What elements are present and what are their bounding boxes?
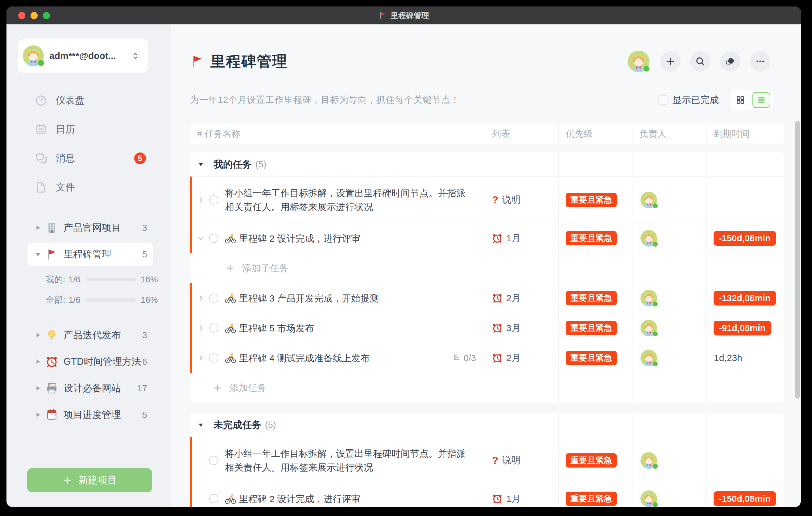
column-header-priority[interactable]: 优先级	[558, 123, 632, 144]
list-view-button[interactable]	[752, 92, 770, 108]
show-completed-checkbox[interactable]	[658, 95, 668, 105]
account-card[interactable]: adm***@doot...	[18, 38, 148, 73]
task-priority-cell: 重要且紧急	[558, 283, 632, 313]
task-due-cell	[706, 437, 784, 484]
search-button[interactable]	[690, 51, 710, 71]
subtask-count-value: 0/3	[464, 353, 476, 363]
add-cell: 添加任务	[190, 373, 485, 403]
online-status-dot	[653, 242, 658, 247]
account-switcher-icon[interactable]	[131, 51, 140, 60]
column-header-name[interactable]: # 任务名称	[190, 123, 485, 144]
sidebar-project-item[interactable]: 项目进度管理5	[6, 402, 171, 428]
chevron-right-icon[interactable]	[198, 197, 204, 203]
task-row[interactable]: 将小组一年工作目标拆解，设置出里程碑时间节点。并指派相关责任人。用标签来展示进行…	[190, 176, 784, 224]
chevron-right-icon[interactable]	[198, 354, 204, 362]
add-member-button[interactable]	[660, 51, 680, 71]
minimize-window-button[interactable]	[31, 12, 38, 19]
online-status-dot	[38, 60, 44, 66]
sidebar-item-calendar[interactable]: 日历	[34, 119, 171, 139]
add-subtask-row[interactable]: 添加子任务	[190, 253, 784, 283]
sidebar-project-item[interactable]: 产品迭代发布3	[6, 322, 171, 348]
task-complete-circle[interactable]	[209, 293, 219, 303]
task-due-cell	[706, 176, 784, 223]
titlebar: 里程碑管理	[6, 6, 801, 24]
sidebar-item-files[interactable]: 文件	[34, 177, 171, 197]
sidebar-item-dashboard[interactable]: 仪表盘	[34, 90, 171, 110]
task-complete-circle[interactable]	[209, 353, 219, 363]
task-complete-circle[interactable]	[209, 195, 219, 205]
page-title: 里程碑管理	[210, 52, 288, 71]
cyclist-icon	[225, 233, 236, 244]
sidebar-project-item[interactable]: 里程碑管理5	[6, 241, 171, 267]
column-header-assignee[interactable]: 负责人	[632, 123, 706, 144]
vertical-scrollbar[interactable]	[795, 121, 800, 399]
board-view-button[interactable]	[733, 92, 748, 108]
expand-triangle-icon	[34, 358, 41, 365]
task-assignee-cell	[632, 484, 706, 507]
sidebar-item-messages[interactable]: 消息 5	[34, 148, 171, 168]
ellipsis-icon	[755, 56, 765, 67]
member-avatar[interactable]	[628, 51, 649, 72]
plus-icon	[226, 263, 235, 273]
assignee-avatar	[640, 290, 657, 307]
task-assignee-cell	[632, 176, 706, 223]
task-name: 里程碑 3 产品开发完成，开始提测	[239, 291, 379, 305]
online-status-dot	[653, 502, 658, 507]
task-row[interactable]: 里程碑 5 市场发布3月重要且紧急-91d,08min	[190, 313, 784, 343]
task-assignee-cell	[632, 313, 706, 343]
list-label: 3月	[506, 322, 521, 335]
task-assignee-cell	[632, 437, 706, 484]
expand-triangle-icon	[34, 251, 41, 258]
task-complete-circle[interactable]	[209, 234, 219, 243]
grid-view-icon	[736, 95, 745, 105]
sidebar-item-label: 文件	[56, 181, 75, 194]
task-row[interactable]: 将小组一年工作目标拆解，设置出里程碑时间节点。并指派相关责任人。用标签来展示进行…	[190, 437, 784, 484]
add-control[interactable]: 添加任务	[190, 382, 266, 394]
task-due-cell: -132d,08min	[706, 283, 784, 313]
sidebar-project-item[interactable]: 设计必备网站17	[6, 375, 171, 402]
assignee-avatar	[640, 490, 657, 507]
task-complete-circle[interactable]	[209, 456, 219, 465]
sidebar-project-item[interactable]: GTD时间管理方法6	[6, 348, 171, 375]
zoom-window-button[interactable]	[43, 12, 50, 19]
online-status-dot	[653, 362, 658, 366]
project-label: 产品迭代发布	[63, 329, 142, 342]
task-row[interactable]: 里程碑 2 设计完成，进行评审1月重要且紧急-150d,08min	[190, 484, 784, 507]
empty-cell	[485, 373, 558, 403]
task-complete-circle[interactable]	[209, 494, 219, 503]
alarm-clock-icon	[492, 233, 502, 243]
empty-cell	[485, 152, 558, 176]
task-name-cell: 里程碑 4 测试完成准备线上发布0/3	[190, 343, 485, 373]
task-name: 里程碑 2 设计完成，进行评审	[239, 231, 360, 245]
task-priority-cell: 重要且紧急	[558, 224, 632, 253]
project-chat-button[interactable]	[720, 51, 741, 71]
chevron-right-icon[interactable]	[198, 295, 204, 302]
assignee-avatar	[640, 230, 657, 247]
more-options-button[interactable]	[750, 51, 770, 71]
project-label: GTD时间管理方法	[63, 355, 142, 368]
chevron-down-icon[interactable]	[198, 235, 204, 242]
add-control[interactable]: 添加子任务	[190, 262, 288, 275]
alarm-clock-icon	[492, 293, 502, 304]
task-row[interactable]: 里程碑 3 产品开发完成，开始提测2月重要且紧急-132d,08min	[190, 283, 784, 313]
task-list-cell: 1月	[485, 224, 558, 253]
add-task-row[interactable]: 添加任务	[190, 373, 784, 403]
task-assignee-cell	[632, 283, 706, 313]
new-project-button[interactable]: 新建项目	[27, 468, 152, 492]
empty-cell	[485, 253, 558, 283]
column-header-list[interactable]: 列表	[485, 123, 558, 144]
add-cell: 添加子任务	[190, 253, 485, 283]
project-task-count: 3	[142, 330, 147, 340]
collapse-triangle-icon	[198, 422, 204, 428]
close-window-button[interactable]	[18, 12, 25, 19]
task-row[interactable]: 里程碑 2 设计完成，进行评审1月重要且紧急-150d,08min	[190, 224, 784, 253]
red-flag-icon	[46, 248, 58, 260]
cyclist-icon	[225, 322, 236, 334]
chevron-right-icon[interactable]	[198, 325, 204, 332]
task-row[interactable]: 里程碑 4 测试完成准备线上发布0/32月重要且紧急1d,23h	[190, 343, 784, 373]
column-header-due[interactable]: 到期时间	[706, 123, 784, 144]
tear-calendar-icon	[46, 409, 58, 421]
subtask-count: 0/3	[446, 353, 476, 363]
sidebar-project-item[interactable]: 产品官网项目3	[6, 214, 171, 241]
task-complete-circle[interactable]	[209, 323, 219, 333]
